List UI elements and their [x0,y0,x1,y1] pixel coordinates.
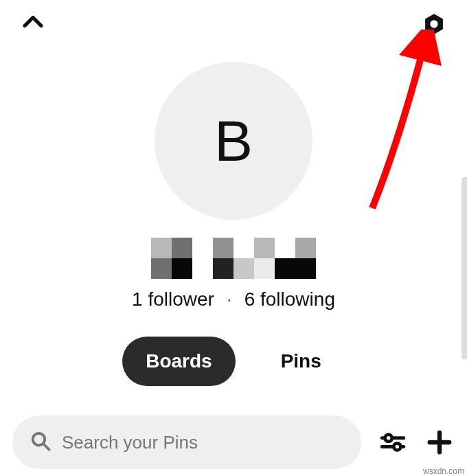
watermark: wsxdn.com [423,466,464,476]
profile-section: B 1 follower · 6 following [0,62,467,310]
followers-count[interactable]: 1 follower [132,288,214,310]
username [151,235,316,282]
tab-boards[interactable]: Boards [122,337,235,386]
search-icon [30,431,51,454]
filter-icon[interactable] [378,427,408,457]
profile-tabs: Boards Pins [0,337,467,386]
scroll-handle[interactable] [462,177,467,359]
svg-point-1 [430,20,437,27]
settings-gear-icon[interactable] [422,12,446,36]
search-placeholder: Search your Pins [62,432,198,453]
search-box[interactable]: Search your Pins [12,416,361,469]
bottom-bar: Search your Pins [0,416,467,469]
svg-point-8 [394,443,400,450]
chevron-up-icon[interactable] [21,10,45,38]
following-count[interactable]: 6 following [244,288,335,310]
svg-line-4 [43,444,49,449]
follow-stats: 1 follower · 6 following [132,288,335,310]
svg-point-6 [385,435,392,442]
dot-separator: · [227,288,232,310]
top-bar [0,7,467,41]
tab-pins[interactable]: Pins [258,337,345,386]
add-icon[interactable] [424,427,455,457]
avatar-initial: B [214,108,253,174]
avatar[interactable]: B [155,62,312,220]
